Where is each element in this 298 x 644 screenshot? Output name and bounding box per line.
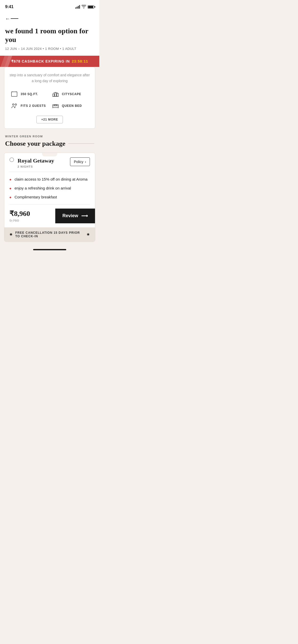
- search-info: 12 JUN – 14 JUN 2024 • 1 ROOM • 1 ADULT: [5, 47, 94, 51]
- package-info: Royal Getaway 2 NIGHTS: [9, 157, 54, 168]
- perk-item: ◆ enjoy a refreshing drink on arrival: [9, 185, 90, 191]
- status-icons: [75, 5, 94, 9]
- amenity-guests: FITS 2 GUESTS: [10, 102, 48, 110]
- room-amenities: 350 SQ.FT. CITYSCAPE: [4, 86, 95, 114]
- room-card: step into a sanctuary of comfort and ele…: [4, 67, 95, 129]
- perk-item: ◆ claim access to 15% off on dining at A…: [9, 177, 90, 182]
- package-radio[interactable]: [9, 157, 14, 162]
- price-current: ₹8,960: [9, 209, 30, 218]
- page-title: we found 1 room option for you: [5, 27, 94, 44]
- more-button[interactable]: +21 MORE: [36, 116, 63, 123]
- perk-diamond-icon: ◆: [9, 178, 11, 181]
- cityscape-icon: [52, 90, 59, 98]
- package-perks: ◆ claim access to 15% off on dining at A…: [4, 172, 95, 204]
- section-label-wrap: WINTER GREEN ROOM Choose your package: [0, 129, 99, 153]
- svg-point-7: [12, 104, 14, 105]
- more-button-wrap: +21 MORE: [4, 114, 95, 128]
- guests-icon: [10, 102, 18, 110]
- wifi-icon: [82, 5, 86, 9]
- bed-icon: [52, 102, 59, 110]
- guests-label: FITS 2 GUESTS: [21, 104, 46, 108]
- amenity-cityscape: CITYSCAPE: [52, 90, 89, 98]
- price-original: 9,760: [9, 218, 30, 223]
- package-name: Royal Getaway: [18, 157, 54, 164]
- amenity-size: 350 SQ.FT.: [10, 90, 48, 98]
- free-cancel-bar: ✷ FREE CANCELLATION 15 DAYS PRIOR TO CHE…: [4, 227, 95, 242]
- svg-point-8: [15, 104, 17, 105]
- perk-text: enjoy a refreshing drink on arrival: [15, 185, 71, 191]
- review-button[interactable]: Review ⟶: [55, 209, 95, 223]
- perk-text: claim access to 15% off on dining at Aro…: [15, 177, 88, 182]
- svg-rect-3: [53, 94, 54, 96]
- cancel-star-icon-2: ✷: [87, 232, 90, 237]
- cashback-timer: 23:58:11: [72, 59, 88, 63]
- status-time: 9:41: [5, 4, 13, 9]
- room-description: step into a sanctuary of comfort and ele…: [4, 67, 95, 86]
- svg-rect-5: [57, 93, 58, 96]
- section-divider: [68, 143, 94, 144]
- size-icon: [10, 90, 18, 98]
- section-title-wrap: Choose your package: [0, 138, 99, 153]
- amenity-bed: QUEEN BED: [52, 102, 89, 110]
- bed-label: QUEEN BED: [62, 104, 82, 108]
- status-bar: 9:41: [0, 0, 99, 13]
- battery-icon: [88, 5, 94, 9]
- cashback-banner: ₹678 CASHBACK EXPIRING IN 23:58:11: [0, 56, 99, 67]
- tab-notch: [42, 153, 57, 156]
- review-arrow-icon: ⟶: [81, 213, 88, 219]
- home-indicator: [0, 247, 99, 252]
- policy-chevron-icon: ›: [85, 160, 86, 164]
- back-button[interactable]: ←: [5, 16, 94, 22]
- svg-rect-10: [54, 105, 57, 106]
- cityscape-label: CITYSCAPE: [62, 92, 81, 96]
- cashback-text: ₹678 CASHBACK EXPIRING IN: [11, 59, 70, 63]
- home-bar: [33, 249, 66, 250]
- free-cancel-text: FREE CANCELLATION 15 DAYS PRIOR TO CHECK…: [15, 231, 84, 238]
- package-card: Royal Getaway 2 NIGHTS Policy › ◆ claim …: [4, 153, 95, 242]
- perk-diamond-icon: ◆: [9, 196, 11, 199]
- signal-icon: [75, 5, 80, 9]
- section-label: WINTER GREEN ROOM: [0, 129, 99, 138]
- price-block: ₹8,960 9,760: [9, 209, 30, 223]
- svg-rect-9: [53, 106, 58, 108]
- perk-item: ◆ Complimentary breakfast: [9, 194, 90, 200]
- perk-text: Complimentary breakfast: [15, 194, 57, 200]
- svg-rect-4: [55, 93, 56, 96]
- package-nights: 2 NIGHTS: [18, 165, 54, 168]
- perk-diamond-icon: ◆: [9, 187, 11, 190]
- policy-button[interactable]: Policy ›: [70, 157, 90, 166]
- svg-rect-0: [11, 92, 17, 96]
- header: ← we found 1 room option for you 12 JUN …: [0, 13, 99, 56]
- cancel-star-icon: ✷: [9, 232, 13, 237]
- section-title: Choose your package: [5, 140, 65, 148]
- package-pricing: ₹8,960 9,760 Review ⟶: [4, 204, 95, 227]
- size-label: 350 SQ.FT.: [21, 92, 38, 96]
